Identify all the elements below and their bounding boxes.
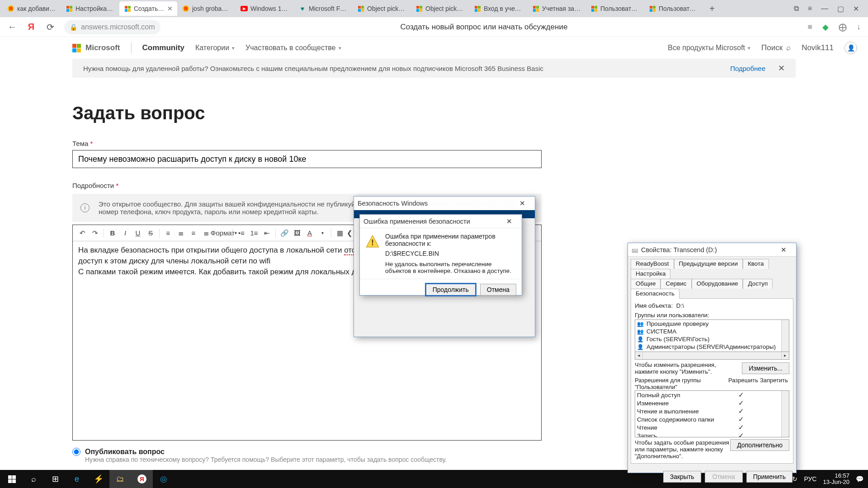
group-list-item[interactable]: 👥Прошедшие проверку xyxy=(635,320,789,328)
font-color-dropdown-icon[interactable]: ▾ xyxy=(316,227,328,239)
participate-menu[interactable]: Участвовать в сообществе▾ xyxy=(245,44,341,52)
browser-tab[interactable]: Яjosh groban — xyxy=(178,1,236,16)
window-minimize-icon[interactable]: — xyxy=(821,5,828,13)
url-box[interactable]: 🔒 answers.microsoft.com xyxy=(64,20,160,34)
apply-button[interactable]: Применить xyxy=(746,471,793,483)
username[interactable]: Novik111 xyxy=(802,43,834,52)
permission-list-item[interactable]: Чтение и выполнение✓ xyxy=(635,407,789,415)
microsoft-logo[interactable]: Microsoft xyxy=(72,43,120,52)
browser-menu-icon[interactable]: ≡ xyxy=(808,5,812,13)
yandex-home-icon[interactable]: Я xyxy=(26,22,36,32)
font-color-icon[interactable]: A xyxy=(304,227,316,239)
properties-tab[interactable]: Предыдущие версии xyxy=(674,259,743,269)
edge-icon[interactable]: e xyxy=(66,470,88,488)
permission-list-item[interactable]: Изменение✓ xyxy=(635,399,789,407)
permission-list-item[interactable]: Список содержимого папки✓ xyxy=(635,415,789,423)
browser-tab[interactable]: Настройка обн xyxy=(61,1,119,16)
search-taskbar-icon[interactable]: ⌕ xyxy=(23,470,44,488)
properties-tab[interactable]: Квота xyxy=(743,259,769,269)
cancel-button[interactable]: Отмена xyxy=(480,284,516,296)
window-close-icon[interactable]: ✕ xyxy=(853,5,859,13)
advanced-button[interactable]: Дополнительно xyxy=(730,439,789,451)
group-list-item[interactable]: 👤Гость (SERVER\Гость) xyxy=(635,335,789,343)
properties-tab[interactable]: Безопасность xyxy=(631,289,679,299)
bookmark-icon[interactable]: ■ xyxy=(807,22,812,32)
align-left-icon[interactable]: ≡ xyxy=(162,227,174,239)
subject-input[interactable] xyxy=(72,150,542,168)
file-explorer-icon[interactable]: 🗂 xyxy=(109,470,131,488)
publish-question-radio[interactable] xyxy=(72,448,80,456)
format-dropdown[interactable]: Формат ▾ xyxy=(218,227,230,239)
undo-icon[interactable]: ↶ xyxy=(76,227,88,239)
properties-tab[interactable]: Сервис xyxy=(660,279,691,289)
browser-tab[interactable]: Якак добавить п xyxy=(3,1,61,16)
groups-listbox[interactable]: 👥Прошедшие проверку👥СИСТЕМА👤Гость (SERVE… xyxy=(635,319,789,352)
link-icon[interactable]: 🔗 xyxy=(278,227,290,239)
browser-tab[interactable]: ♥Microsoft Famil xyxy=(294,1,352,16)
browser-tab[interactable]: Object picker U xyxy=(411,1,469,16)
align-right-icon[interactable]: ≡ xyxy=(188,227,199,239)
edit-permissions-button[interactable]: Изменить... xyxy=(742,362,789,374)
community-link[interactable]: Community xyxy=(142,43,185,52)
italic-icon[interactable]: I xyxy=(119,227,131,239)
new-tab-button[interactable]: + xyxy=(705,2,719,15)
permission-list-item[interactable]: Запись✓ xyxy=(635,432,789,437)
groups-hscroll[interactable]: ◂▸ xyxy=(635,352,789,360)
number-list-icon[interactable]: 1≡ xyxy=(248,227,260,239)
bold-icon[interactable]: B xyxy=(107,227,118,239)
outdent-icon[interactable]: ⇤ xyxy=(261,227,273,239)
teamviewer-icon[interactable]: ◎ xyxy=(153,470,175,488)
browser-tab[interactable]: Вход в учетну xyxy=(469,1,527,16)
group-list-item[interactable]: 👤Администраторы (SERVER\Администраторы) xyxy=(635,343,789,351)
group-list-item[interactable]: 👥СИСТЕМА xyxy=(635,328,789,335)
browser-tab[interactable]: Создать нов✕ xyxy=(119,1,177,16)
browser-tab[interactable]: Пользователь xyxy=(586,1,644,16)
back-icon[interactable]: ← xyxy=(7,22,17,32)
permissions-scrollbar[interactable] xyxy=(781,391,789,437)
align-center-icon[interactable]: ≣ xyxy=(175,227,187,239)
windows-security-close-icon[interactable]: ✕ xyxy=(513,199,531,207)
tab-close-icon[interactable]: ✕ xyxy=(167,5,173,12)
all-products-menu[interactable]: Все продукты Microsoft▾ xyxy=(668,44,750,52)
close-button[interactable]: Закрыть xyxy=(663,471,701,483)
properties-tab[interactable]: Общие xyxy=(631,279,660,289)
permission-list-item[interactable]: Чтение✓ xyxy=(635,423,789,432)
language-indicator[interactable]: РУС xyxy=(804,475,816,483)
error-dialog-close-icon[interactable]: ✕ xyxy=(500,217,518,225)
permission-list-item[interactable]: Полный доступ✓ xyxy=(635,391,789,399)
avatar[interactable]: 👤 xyxy=(844,42,857,54)
image-icon[interactable]: 🖼 xyxy=(291,227,303,239)
underline-icon[interactable]: U xyxy=(132,227,144,239)
tabs-overview-icon[interactable]: ⧉ xyxy=(794,5,799,13)
properties-tab[interactable]: ReadyBoost xyxy=(631,259,674,269)
categories-menu[interactable]: Категории▾ xyxy=(195,44,235,52)
groups-scrollbar[interactable] xyxy=(781,320,789,352)
reload-icon[interactable]: ⟳ xyxy=(45,22,55,33)
start-button[interactable] xyxy=(1,470,23,488)
properties-tab[interactable]: Доступ xyxy=(743,279,773,289)
redo-icon[interactable]: ↷ xyxy=(89,227,101,239)
aimp-icon[interactable]: ⚡ xyxy=(88,470,109,488)
browser-tab[interactable]: Учетная запис xyxy=(528,1,585,16)
properties-tab[interactable]: Настройка xyxy=(631,269,670,279)
downloads-icon[interactable]: ↓ xyxy=(857,22,861,32)
banner-more-link[interactable]: Подробнее xyxy=(730,65,765,72)
banner-close-icon[interactable]: ✕ xyxy=(778,63,785,73)
properties-close-icon[interactable]: ✕ xyxy=(774,246,793,254)
notifications-icon[interactable]: 💬 xyxy=(856,475,863,483)
extensions-icon[interactable]: ⨁ xyxy=(839,22,847,32)
protect-shield-icon[interactable]: ◆ xyxy=(822,22,829,32)
permissions-listbox[interactable]: Полный доступ✓Изменение✓Чтение и выполне… xyxy=(635,390,789,437)
window-maximize-icon[interactable]: ▢ xyxy=(837,5,844,13)
continue-button[interactable]: Продолжить xyxy=(426,284,476,296)
yandex-browser-icon[interactable]: Я xyxy=(131,470,153,488)
browser-tab[interactable]: Пользователь xyxy=(644,1,702,16)
properties-tab[interactable]: Оборудование xyxy=(692,279,743,289)
browser-tab[interactable]: ▶Windows 10 нн xyxy=(236,1,294,16)
browser-tab[interactable]: Object picker U xyxy=(353,1,410,16)
clock[interactable]: 16:57 13-Jun-20 xyxy=(823,473,849,486)
table-icon[interactable]: ▦ xyxy=(334,227,346,239)
taskview-icon[interactable]: ⊞ xyxy=(44,470,66,488)
header-search[interactable]: Поиск⌕ xyxy=(761,43,791,52)
bullet-list-icon[interactable]: •≡ xyxy=(236,227,247,239)
